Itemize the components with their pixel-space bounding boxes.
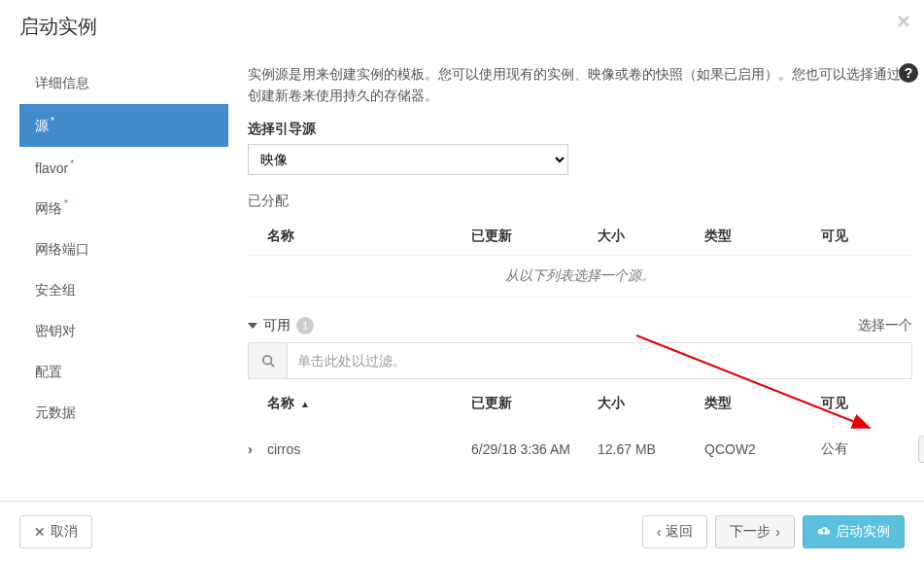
available-label: 可用 <box>263 317 291 334</box>
chevron-left-icon: ‹ <box>657 524 662 540</box>
sidebar-item-label: 网络 <box>35 200 62 216</box>
available-count-badge: 1 <box>296 317 314 334</box>
cloud-upload-icon <box>817 524 831 540</box>
sort-asc-icon: ▲ <box>300 399 310 409</box>
required-star-icon: * <box>51 116 54 126</box>
filter-input[interactable] <box>288 343 911 378</box>
col-updated-header[interactable]: 已更新 <box>471 395 598 412</box>
sidebar-item-label: 安全组 <box>35 282 76 298</box>
col-type-header: 类型 <box>704 228 821 245</box>
modal-footer: ✕ 取消 ‹ 返回 下一步 › 启动实例 <box>0 501 924 562</box>
boot-source-field: 映像 <box>248 144 912 175</box>
sidebar-item-label: 详细信息 <box>35 75 89 90</box>
col-type-header[interactable]: 类型 <box>704 395 821 412</box>
svg-line-1 <box>270 363 274 367</box>
close-icon: ✕ <box>34 524 46 540</box>
col-visible-header: 可见 <box>821 228 908 245</box>
row-updated: 6/29/18 3:36 AM <box>471 441 598 457</box>
sidebar-item-label: 网络端口 <box>35 241 89 257</box>
col-name-text: 名称 <box>267 395 294 410</box>
sidebar-item-label: 源 <box>35 118 49 133</box>
row-size: 12.67 MB <box>598 441 704 457</box>
launch-label: 启动实例 <box>836 523 890 541</box>
sidebar-item-label: 配置 <box>35 364 62 379</box>
back-button[interactable]: ‹ 返回 <box>642 515 708 548</box>
available-row: › cirros 6/29/18 3:36 AM 12.67 MB QCOW2 … <box>248 422 912 472</box>
close-icon[interactable]: × <box>897 8 910 35</box>
row-visible: 公有 <box>821 440 908 458</box>
sidebar-item-network[interactable]: 网络* <box>19 187 228 229</box>
available-toggle[interactable]: 可用 1 <box>248 317 314 334</box>
modal-body: 详细信息 源* flavor* 网络* 网络端口 安全组 密钥对 配置 元数据 … <box>0 53 924 472</box>
available-table-header: 名称 ▲ 已更新 大小 类型 可见 <box>248 385 912 422</box>
select-one-label: 选择一个 <box>858 317 912 334</box>
row-name: cirros <box>267 441 471 457</box>
required-star-icon: * <box>70 158 74 169</box>
col-updated-header: 已更新 <box>471 228 598 245</box>
required-star-icon: * <box>64 198 68 209</box>
description-text: 实例源是用来创建实例的模板。您可以使用现有的实例、映像或卷的快照（如果已启用）。… <box>248 66 901 103</box>
allocated-empty-row: 从以下列表选择一个源。 <box>248 255 912 298</box>
footer-right-buttons: ‹ 返回 下一步 › 启动实例 <box>642 515 905 548</box>
caret-down-icon <box>248 323 257 329</box>
sidebar-item-source[interactable]: 源* <box>19 104 228 147</box>
sidebar-item-label: flavor <box>35 159 68 175</box>
next-label: 下一步 <box>730 523 770 541</box>
allocated-table-header: 名称 已更新 大小 类型 可见 <box>248 218 912 255</box>
col-name-header-sortable[interactable]: 名称 ▲ <box>267 395 471 412</box>
modal-header: 启动实例 × <box>0 0 924 53</box>
sidebar-item-security-groups[interactable]: 安全组 <box>19 270 228 311</box>
add-source-button[interactable]: + <box>918 436 924 463</box>
search-icon[interactable] <box>249 343 288 378</box>
cancel-label: 取消 <box>51 523 78 541</box>
col-size-header[interactable]: 大小 <box>598 395 704 412</box>
chevron-right-icon: › <box>775 524 780 540</box>
boot-source-select[interactable]: 映像 <box>248 144 568 175</box>
modal-title: 启动实例 <box>19 14 905 40</box>
allocated-section-title: 已分配 <box>248 193 912 210</box>
col-size-header: 大小 <box>598 228 704 245</box>
sidebar-item-metadata[interactable]: 元数据 <box>19 393 228 434</box>
expand-row-icon[interactable]: › <box>248 441 253 457</box>
filter-bar <box>248 342 912 379</box>
wizard-sidebar: 详细信息 源* flavor* 网络* 网络端口 安全组 密钥对 配置 元数据 <box>19 53 228 472</box>
sidebar-item-label: 元数据 <box>35 404 76 420</box>
content-pane: 实例源是用来创建实例的模板。您可以使用现有的实例、映像或卷的快照（如果已启用）。… <box>228 53 924 472</box>
cancel-button[interactable]: ✕ 取消 <box>19 515 92 548</box>
sidebar-item-keypair[interactable]: 密钥对 <box>19 311 228 352</box>
available-section-header: 可用 1 选择一个 <box>248 317 912 334</box>
launch-button[interactable]: 启动实例 <box>803 515 905 548</box>
source-description: 实例源是用来创建实例的模板。您可以使用现有的实例、映像或卷的快照（如果已启用）。… <box>248 63 912 107</box>
back-label: 返回 <box>666 523 693 541</box>
col-action-header <box>908 395 924 412</box>
sidebar-item-config[interactable]: 配置 <box>19 352 228 393</box>
sidebar-item-label: 密钥对 <box>35 323 76 338</box>
row-type: QCOW2 <box>704 441 821 457</box>
col-name-header: 名称 <box>267 228 471 245</box>
sidebar-item-details[interactable]: 详细信息 <box>19 63 228 104</box>
next-button[interactable]: 下一步 › <box>715 515 795 548</box>
svg-point-0 <box>262 356 271 365</box>
sidebar-item-flavor[interactable]: flavor* <box>19 147 228 188</box>
help-icon[interactable]: ? <box>899 63 918 83</box>
boot-source-label: 选择引导源 <box>248 121 912 138</box>
row-action: + <box>908 436 924 463</box>
sidebar-item-network-ports[interactable]: 网络端口 <box>19 229 228 270</box>
col-visible-header[interactable]: 可见 <box>821 395 908 412</box>
